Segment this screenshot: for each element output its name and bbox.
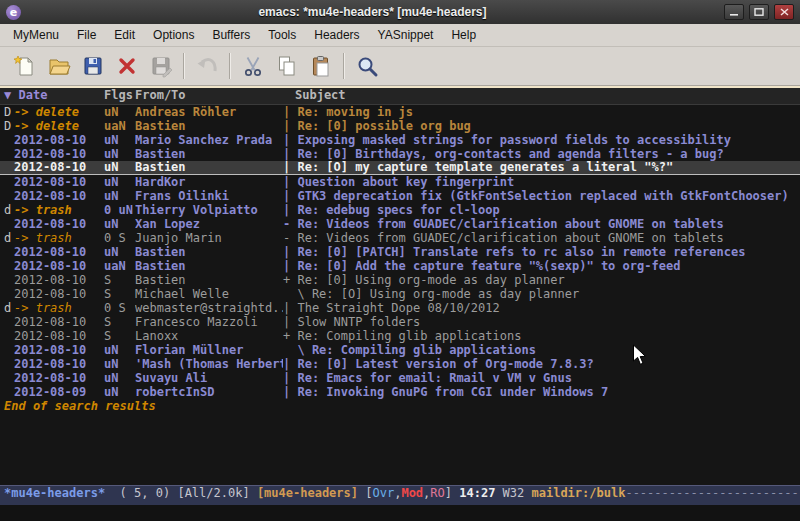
message-row[interactable]: 2012-08-10SBastien+ Re: [0] Using org-mo… [0,273,800,287]
row-date: 2012-08-10 [14,371,104,385]
row-date: 2012-08-10 [14,245,104,259]
row-from: Lanoxx [135,329,283,343]
row-mark-char [4,371,14,385]
message-row[interactable]: 2012-08-10uNBastien| Re: [0] [PATCH] Tra… [0,245,800,259]
row-date: 2012-08-10 [14,217,104,231]
message-row[interactable]: 2012-08-10SFrancesco Mazzoli| Slow NNTP … [0,315,800,329]
row-date: 2012-08-10 [14,147,104,161]
toolbar-separator [343,53,345,79]
message-row[interactable]: 2012-08-10uaNBastien| Re: [0] Add the ca… [0,259,800,273]
row-flags: uN [104,175,135,189]
row-flags: 0 S [104,231,135,245]
row-subject: + Re: Compiling glib applications [283,329,800,343]
message-row[interactable]: 2012-08-10uNBastien| Re: [0] Birthdays, … [0,147,800,161]
message-row[interactable]: 2012-08-10uNFlorian Müllner \ Re: Compil… [0,343,800,357]
row-subject: - Re: Videos from GUADEC/clarification a… [283,217,800,231]
row-mark-char [4,147,14,161]
message-row[interactable]: 2012-08-10SLanoxx+ Re: Compiling glib ap… [0,329,800,343]
column-header-flags[interactable]: Flgs [104,88,135,104]
window-title: emacs: *mu4e-headers* [mu4e-headers] [21,5,724,19]
row-subject: | Re: edebug specs for cl-loop [283,203,800,217]
close-icon[interactable] [774,4,794,20]
message-row[interactable]: 2012-08-09uNrobertcInSD| Re: Invoking Gn… [0,385,800,399]
row-mark-char [4,287,14,301]
echo-area[interactable] [0,505,800,521]
message-row[interactable]: 2012-08-10uN'Mash (Thomas Herbert)| Re: … [0,357,800,371]
minimize-icon[interactable] [724,4,744,20]
row-mark-char [4,133,14,147]
row-mark-char [4,259,14,273]
row-mark-char [4,189,14,203]
row-mark-char [4,329,14,343]
message-row[interactable]: 2012-08-10SMichael Welle \ Re: [O] Using… [0,287,800,301]
row-flags: uN [104,161,135,174]
save-icon[interactable] [76,50,110,82]
menu-mymenu[interactable]: MyMenu [4,26,68,44]
row-mark-char [4,273,14,287]
mode-line[interactable]: *mu4e-headers* ( 5, 0) [All/2.0k] [mu4e-… [0,485,800,505]
row-date: -> trash [14,203,104,217]
cut-icon[interactable] [236,50,270,82]
menu-file[interactable]: File [68,26,105,44]
emacs-icon: e [6,5,21,20]
message-row[interactable]: 2012-08-10uNSuvayu Ali| Re: Emacs for em… [0,371,800,385]
modeline-segment-plain: ] [445,486,459,500]
message-row[interactable]: D-> deleteuaNBastien| Re: [0] possible o… [0,119,800,133]
paste-icon[interactable] [304,50,338,82]
maximize-icon[interactable] [749,4,769,20]
message-row[interactable]: 2012-08-10uNFrans Oilinki| GTK3 deprecat… [0,189,800,203]
row-from: Xan Lopez [135,217,283,231]
row-date: 2012-08-10 [14,189,104,203]
message-row[interactable]: 2012-08-10uNMario Sanchez Prada| Exposin… [0,133,800,147]
message-row[interactable]: 2012-08-10uNHardKor| Question about key … [0,175,800,189]
message-row[interactable]: d-> trash0 Swebmaster@straightd...| The … [0,301,800,315]
message-row[interactable]: 2012-08-10uNXan Lopez- Re: Videos from G… [0,217,800,231]
row-flags: uN [104,147,135,161]
modeline-segment-plain: ( 5, 0) [All/2.0k] [105,486,257,500]
menu-help[interactable]: Help [442,26,485,44]
menu-tools[interactable]: Tools [259,26,305,44]
column-header-subject[interactable]: Subject [283,88,800,104]
kill-buffer-icon[interactable] [110,50,144,82]
menu-buffers[interactable]: Buffers [203,26,259,44]
menu-yasnippet[interactable]: YASnippet [369,26,443,44]
row-from: Francesco Mazzoli [135,315,283,329]
row-mark-label: -> delete [14,105,79,119]
modeline-segment-ovr: Ovr [372,486,394,500]
message-row[interactable]: D-> deleteuNAndreas Röhler| Re: moving i… [0,105,800,119]
modeline-segment-dashes: ----------------------------------------… [625,486,800,500]
row-flags: uN [104,343,135,357]
message-row[interactable]: d-> trash0 uNThierry Volpiatto| Re: edeb… [0,203,800,217]
row-subject: \ Re: [O] Using org-mode as day planner [283,287,800,301]
menu-edit[interactable]: Edit [105,26,144,44]
open-file-icon[interactable] [42,50,76,82]
row-from: Bastien [135,245,283,259]
row-date: 2012-08-10 [14,273,104,287]
row-flags: uaN [104,259,135,273]
row-from: Suvayu Ali [135,371,283,385]
modeline-segment-mode: [mu4e-headers] [257,486,358,500]
new-file-icon[interactable] [8,50,42,82]
row-from: Thierry Volpiatto [135,203,283,217]
copy-icon[interactable] [270,50,304,82]
menu-headers[interactable]: Headers [305,26,368,44]
column-header-from[interactable]: From/To [135,88,283,104]
row-flags: 0 uN [104,203,135,217]
row-mark-char: d [4,203,14,217]
mu4e-headers-buffer: ▼ Date Flgs From/To Subject D-> deleteuN… [0,86,800,485]
row-subject: | Re: [0] Birthdays, org-contacts and ag… [283,147,800,161]
row-date: 2012-08-10 [14,329,104,343]
modeline-segment-ro: RO [430,486,444,500]
row-mark-char: D [4,105,14,119]
message-row[interactable]: d-> trash0 SJuanjo Marin- Re: Videos fro… [0,231,800,245]
row-from: HardKor [135,175,283,189]
row-subject: | Re: [O] my capture template generates … [283,161,800,174]
row-mark-char [4,385,14,399]
menu-options[interactable]: Options [144,26,203,44]
row-date: 2012-08-10 [14,357,104,371]
column-header-date[interactable]: ▼ Date [4,88,104,104]
search-icon[interactable] [350,50,384,82]
message-row[interactable]: 2012-08-10uNBastien| Re: [O] my capture … [0,161,800,175]
row-mark-char [4,343,14,357]
row-flags: S [104,329,135,343]
